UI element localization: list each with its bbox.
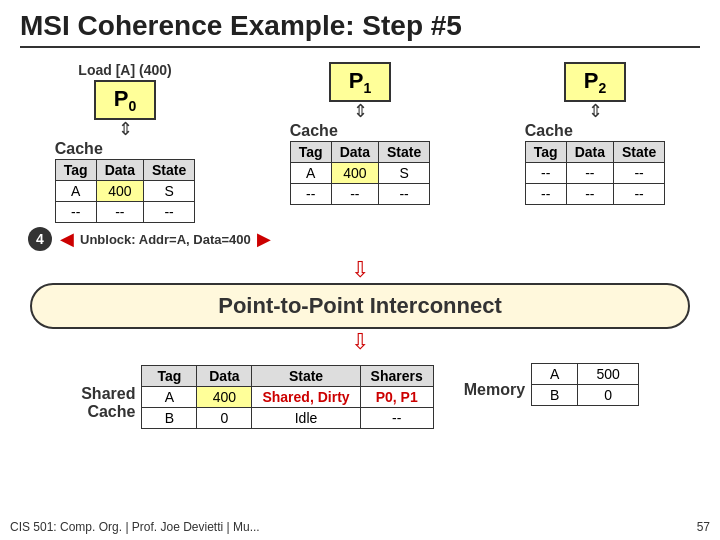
proc-label-p0: P0: [94, 80, 156, 120]
col-data-p2: Data: [566, 142, 613, 163]
table-row: A 400 S: [55, 181, 194, 202]
cell: --: [331, 184, 378, 205]
step-number: 4: [28, 227, 52, 251]
cell: --: [566, 184, 613, 205]
table-row: -- -- --: [290, 184, 429, 205]
page-title: MSI Coherence Example: Step #5: [20, 10, 700, 48]
col-data-p0: Data: [96, 160, 143, 181]
p2-arrow: ⇕: [588, 102, 603, 122]
load-label-p0: Load [A] (400): [78, 62, 171, 78]
processor-p0: Load [A] (400) P0 ⇕ Cache Tag Data State: [30, 62, 220, 223]
unblock-arrow-left: ◀: [60, 228, 74, 250]
col-tag-p0: Tag: [55, 160, 96, 181]
unblock-text: Unblock: Addr=A, Data=400: [80, 232, 251, 247]
shared-cache-label: Shared Cache: [81, 365, 141, 421]
cache-title-p1: Cache: [290, 122, 338, 140]
cell: A: [290, 163, 331, 184]
cell: --: [290, 184, 331, 205]
cache-title-p0: Cache: [55, 140, 103, 158]
interconnect-arrow-up: ⇩: [30, 257, 690, 283]
cell: --: [96, 202, 143, 223]
cache-p2: Cache Tag Data State -- -: [525, 122, 665, 205]
unblock-arrow-right: ▶: [257, 228, 271, 250]
cell: 0: [197, 408, 252, 429]
cell: A: [532, 364, 578, 385]
cell: --: [566, 163, 613, 184]
cell: Shared, Dirty: [252, 387, 360, 408]
col-state-p1: State: [378, 142, 429, 163]
cell: S: [378, 163, 429, 184]
shared-col-sharers: Sharers: [360, 366, 433, 387]
cell: --: [360, 408, 433, 429]
table-row: A 500: [532, 364, 639, 385]
shared-col-state: State: [252, 366, 360, 387]
table-row: A 400 S: [290, 163, 429, 184]
proc-label-p1: P1: [329, 62, 391, 102]
shared-cache-table: Tag Data State Sharers A 400 Shared, Dir…: [141, 365, 433, 429]
memory-table: A 500 B 0: [531, 363, 639, 406]
cell: B: [142, 408, 197, 429]
processors-row: Load [A] (400) P0 ⇕ Cache Tag Data State: [20, 62, 700, 223]
cell: 500: [578, 364, 638, 385]
page: MSI Coherence Example: Step #5 Load [A] …: [0, 0, 720, 540]
cache-p0: Cache Tag Data State A 40: [55, 140, 195, 223]
cell: --: [55, 202, 96, 223]
cell: 0: [578, 385, 638, 406]
col-data-p1: Data: [331, 142, 378, 163]
cell: --: [378, 184, 429, 205]
cell: P0, P1: [360, 387, 433, 408]
footer-left: CIS 501: Comp. Org. | Prof. Joe Devietti…: [10, 520, 260, 534]
col-tag-p1: Tag: [290, 142, 331, 163]
cell: 400: [197, 387, 252, 408]
p0-arrow: ⇕: [118, 120, 133, 140]
shared-col-data: Data: [197, 366, 252, 387]
table-row: A 400 Shared, Dirty P0, P1: [142, 387, 433, 408]
memory-label: Memory: [464, 363, 531, 399]
cache-title-p2: Cache: [525, 122, 573, 140]
processor-p2: P2 ⇕ Cache Tag Data State: [500, 62, 690, 205]
cache-table-p1: Tag Data State A 400 S: [290, 141, 430, 205]
cell: 400: [96, 181, 143, 202]
cell: --: [143, 202, 194, 223]
cell: Idle: [252, 408, 360, 429]
interconnect-arrow-down: ⇩: [30, 329, 690, 355]
shared-cache-section: Shared Cache Tag Data State Sharers: [81, 365, 434, 429]
table-row: -- -- --: [525, 163, 664, 184]
cell: A: [55, 181, 96, 202]
interconnect-wrapper: ⇩ Point-to-Point Interconnect ⇩: [30, 257, 690, 355]
table-row: -- -- --: [525, 184, 664, 205]
table-row: -- -- --: [55, 202, 194, 223]
memory-section: Memory A 500 B 0: [464, 363, 639, 406]
footer: CIS 501: Comp. Org. | Prof. Joe Devietti…: [0, 520, 720, 534]
step-row: 4 ◀ Unblock: Addr=A, Data=400 ▶: [20, 227, 700, 251]
cache-table-p0: Tag Data State A 400 S: [55, 159, 195, 223]
cell: B: [532, 385, 578, 406]
interconnect-label: Point-to-Point Interconnect: [218, 293, 502, 318]
cell: 400: [331, 163, 378, 184]
table-row: B 0 Idle --: [142, 408, 433, 429]
cell: --: [525, 163, 566, 184]
col-state-p0: State: [143, 160, 194, 181]
p1-arrow: ⇕: [353, 102, 368, 122]
proc-label-p2: P2: [564, 62, 626, 102]
cell: --: [613, 184, 664, 205]
cache-p1: Cache Tag Data State A 40: [290, 122, 430, 205]
processor-p1: P1 ⇕ Cache Tag Data State: [265, 62, 455, 205]
cell: --: [525, 184, 566, 205]
shared-col-tag: Tag: [142, 366, 197, 387]
cache-table-p2: Tag Data State -- -- --: [525, 141, 665, 205]
table-row: B 0: [532, 385, 639, 406]
col-tag-p2: Tag: [525, 142, 566, 163]
cell: S: [143, 181, 194, 202]
interconnect-box: Point-to-Point Interconnect: [30, 283, 690, 329]
cell: --: [613, 163, 664, 184]
cell: A: [142, 387, 197, 408]
footer-right: 57: [697, 520, 710, 534]
col-state-p2: State: [613, 142, 664, 163]
